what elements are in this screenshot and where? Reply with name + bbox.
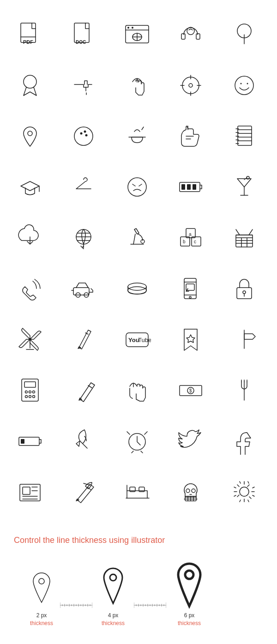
icon-sun xyxy=(219,466,270,517)
icon-alarm-clock xyxy=(112,415,163,466)
icon-signpost xyxy=(219,314,270,365)
svg-point-45 xyxy=(189,296,191,298)
svg-point-12 xyxy=(24,75,36,88)
icon-touch-two xyxy=(112,365,163,415)
icon-youtube: You Tube xyxy=(112,314,163,365)
svg-text:DOC: DOC xyxy=(76,40,86,45)
svg-point-18 xyxy=(28,131,32,136)
svg-text:b: b xyxy=(183,239,186,244)
svg-rect-28 xyxy=(193,184,196,190)
icon-bookmark-star xyxy=(165,314,216,365)
svg-text:a: a xyxy=(189,232,192,237)
svg-point-74 xyxy=(240,487,249,496)
svg-point-16 xyxy=(241,83,242,84)
svg-rect-23 xyxy=(238,126,252,145)
icon-faucet xyxy=(58,60,109,111)
svg-rect-9 xyxy=(196,34,200,39)
icon-battery xyxy=(165,162,216,212)
icon-calculator xyxy=(5,365,55,415)
icon-phone-signal xyxy=(5,263,55,314)
svg-rect-27 xyxy=(187,184,191,190)
icon-pdf: PDF xyxy=(5,9,55,60)
svg-text:Tube: Tube xyxy=(138,337,151,343)
control-title: Control the line thickness using illustr… xyxy=(14,536,263,545)
svg-point-17 xyxy=(247,83,248,84)
thickness-label-2px: 2 px thickness xyxy=(30,612,53,627)
icon-windmill xyxy=(5,314,55,365)
svg-rect-38 xyxy=(236,235,253,247)
icon-bed xyxy=(112,466,163,517)
icon-abc-blocks: b c a xyxy=(165,212,216,263)
svg-point-92 xyxy=(110,574,116,581)
icon-location xyxy=(5,111,55,162)
icon-notebook xyxy=(219,111,270,162)
icon-twitter xyxy=(165,415,216,466)
icon-touch xyxy=(112,60,163,111)
svg-point-55 xyxy=(25,391,28,393)
icon-hanger xyxy=(58,162,109,212)
icon-pen xyxy=(58,365,109,415)
icon-mortar xyxy=(112,111,163,162)
icon-skull xyxy=(165,466,216,517)
svg-point-15 xyxy=(235,76,253,95)
svg-rect-8 xyxy=(181,34,185,39)
svg-point-19 xyxy=(74,127,93,145)
svg-point-58 xyxy=(25,396,28,398)
icon-tree xyxy=(219,9,270,60)
svg-point-48 xyxy=(243,291,246,294)
thickness-item-4px: 4 px thickness xyxy=(92,564,134,627)
icon-battery-low xyxy=(5,415,55,466)
svg-rect-47 xyxy=(237,288,252,299)
icon-target xyxy=(165,60,216,111)
svg-rect-54 xyxy=(24,382,36,387)
icon-doc: DOC xyxy=(58,9,109,60)
svg-point-59 xyxy=(29,396,31,398)
icon-car xyxy=(58,263,109,314)
icon-coin xyxy=(112,263,163,314)
svg-point-21 xyxy=(84,131,86,133)
icon-grid: PDF DOC xyxy=(0,0,277,526)
svg-point-14 xyxy=(189,84,193,87)
icon-smile xyxy=(219,60,270,111)
svg-point-75 xyxy=(39,578,44,584)
svg-rect-33 xyxy=(192,237,201,246)
svg-point-57 xyxy=(33,391,35,393)
svg-point-10 xyxy=(187,27,194,35)
icon-mobile-chat xyxy=(165,263,216,314)
svg-point-5 xyxy=(127,27,129,29)
icon-fountain-pen xyxy=(58,466,109,517)
icon-facebook xyxy=(219,415,270,466)
svg-point-49 xyxy=(29,338,31,341)
thickness-item-6px: 6 px thickness xyxy=(166,559,212,627)
icon-globe xyxy=(58,212,109,263)
icon-dollar-bill: $ xyxy=(165,365,216,415)
icon-download-cloud xyxy=(5,212,55,263)
thickness-label-4px: 4 px thickness xyxy=(102,612,125,627)
icon-browser xyxy=(112,9,163,60)
svg-text:c: c xyxy=(194,239,196,244)
icon-basket xyxy=(219,212,270,263)
icon-newspaper xyxy=(5,466,55,517)
icon-lock xyxy=(219,263,270,314)
icon-evernote xyxy=(165,111,216,162)
thickness-label-6px: 6 px thickness xyxy=(178,612,201,627)
svg-text:PDF: PDF xyxy=(23,39,33,45)
svg-point-6 xyxy=(132,27,133,29)
icon-rocket xyxy=(58,415,109,466)
svg-point-13 xyxy=(182,77,199,94)
svg-text:$: $ xyxy=(189,388,192,393)
icon-microscope xyxy=(112,212,163,263)
svg-point-20 xyxy=(80,132,83,135)
icon-award xyxy=(5,60,55,111)
svg-point-56 xyxy=(29,391,31,393)
icon-pencils xyxy=(58,314,109,365)
icon-graduation xyxy=(5,162,55,212)
icon-cocktail xyxy=(219,162,270,212)
svg-point-24 xyxy=(128,178,146,196)
svg-point-109 xyxy=(185,571,193,579)
svg-rect-65 xyxy=(21,439,24,444)
svg-point-22 xyxy=(85,134,88,137)
svg-rect-26 xyxy=(181,184,185,190)
icon-angry-face xyxy=(112,162,163,212)
thickness-row: 2 px thickness xyxy=(23,559,263,627)
